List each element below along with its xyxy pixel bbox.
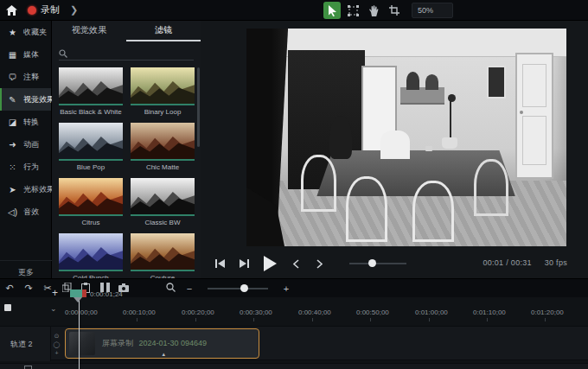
playhead-out-handle[interactable] <box>82 289 86 297</box>
cursor-icon: ➤ <box>7 185 18 194</box>
timeline-clip[interactable]: 屏幕录制 2024-01-30 094649 ▴ <box>65 328 259 359</box>
filter-name: Blue Pop <box>59 161 123 175</box>
playback-controls: 00:01 / 00:31 30 fps <box>201 249 588 278</box>
sidebar-item-3[interactable]: ✎视觉效果 <box>0 88 51 111</box>
collapse-tracks-icon[interactable]: ⌄ <box>50 304 57 313</box>
ruler-tick-label: 0:00:20;00 <box>182 309 214 316</box>
photo-chair-right <box>474 159 509 216</box>
zoom-level-select[interactable]: 50% <box>412 3 453 18</box>
photo-plant-2 <box>425 74 438 90</box>
timeline-zoom-icon[interactable] <box>161 283 180 294</box>
selection-tool-button[interactable] <box>344 2 361 19</box>
filter-card-6[interactable]: Cold Punch <box>59 233 123 282</box>
filter-card-3[interactable]: Chic Matte <box>131 123 195 175</box>
timeline-ruler[interactable]: + ⌄ 0:00:00;000:00:10;000:00:20;000:00:3… <box>0 297 588 321</box>
clip-timestamp: 2024-01-30 094649 <box>139 339 208 347</box>
cursor-tool-button[interactable] <box>323 2 341 19</box>
ruler-tick-label: 0:01:00;00 <box>415 309 448 316</box>
canvas-tools: 50% <box>323 2 453 19</box>
crop-tool-button[interactable] <box>386 2 403 19</box>
clip-title: 屏幕录制 <box>102 339 133 347</box>
filter-name: Basic Black & White <box>59 105 123 119</box>
track-expand-icon[interactable]: + <box>54 350 58 356</box>
timeline: + ⌄ 0:00:00;000:00:10;000:00:20;000:00:3… <box>0 297 588 369</box>
zoom-out-icon[interactable]: − <box>180 283 199 294</box>
sidebar-item-label: 收藏夹 <box>23 27 47 38</box>
home-button[interactable] <box>0 0 22 21</box>
timeline-zoom-slider[interactable] <box>208 288 268 289</box>
sidebar-item-4[interactable]: ◪转换 <box>0 111 51 133</box>
undo-icon[interactable]: ↶ <box>0 283 19 294</box>
clip-thumbnail <box>69 332 95 355</box>
filter-name: Citrus <box>59 216 123 230</box>
slider-knob[interactable] <box>368 259 376 267</box>
track-hide-icon[interactable]: ◯ <box>54 341 61 348</box>
sidebar-item-label: 视觉效果 <box>23 94 54 105</box>
sidebar-item-2[interactable]: 🗩注释 <box>0 66 51 88</box>
panel-scrollbar[interactable] <box>197 67 200 147</box>
pan-tool-button[interactable] <box>365 2 382 19</box>
sidebar-item-more[interactable]: 更多 <box>0 260 52 278</box>
playhead-in-handle[interactable] <box>70 289 82 297</box>
play-button[interactable] <box>259 253 280 274</box>
filter-thumbnail <box>131 67 195 105</box>
track-lock-icon[interactable]: ⊙ <box>54 333 60 340</box>
search-box[interactable] <box>59 47 194 60</box>
ruler-tick-label: 0:01:10;00 <box>473 309 506 316</box>
clip-collapse-arrow[interactable]: ▴ <box>163 351 166 358</box>
camtasia-window: 录制 ❯ <box>0 0 588 369</box>
sidebar-item-6[interactable]: ⁙行为 <box>0 156 51 178</box>
track-name: 轨道 2 <box>0 327 50 361</box>
top-bar: 录制 ❯ <box>0 0 588 21</box>
record-button[interactable]: 录制 <box>22 0 65 21</box>
transition-icon: ◪ <box>7 118 18 127</box>
sidebar-item-label: 注释 <box>23 72 39 83</box>
sidebar-item-label: 动画 <box>23 139 39 150</box>
ruler-tick-label: 0:00:50;00 <box>356 309 389 316</box>
sidebar-item-5[interactable]: ➜动画 <box>0 133 51 156</box>
filter-name: Classic BW <box>131 216 195 230</box>
redo-icon[interactable]: ↷ <box>19 283 38 294</box>
tab-0[interactable]: 视觉效果 <box>52 21 126 41</box>
step-forward-button[interactable] <box>311 256 327 271</box>
filter-card-7[interactable]: Couture <box>131 233 195 282</box>
preview-canvas: 00:01 / 00:31 30 fps <box>201 21 588 278</box>
filter-card-5[interactable]: Classic BW <box>131 178 195 230</box>
filter-card-2[interactable]: Blue Pop <box>59 123 123 175</box>
track-row-partial <box>0 363 588 369</box>
home-icon <box>6 5 17 16</box>
callout-icon: 🗩 <box>7 73 18 82</box>
filter-card-0[interactable]: Basic Black & White <box>59 67 123 119</box>
sidebar-item-0[interactable]: ★收藏夹 <box>0 21 51 43</box>
playhead-line[interactable] <box>79 297 80 369</box>
marker-icon[interactable] <box>4 304 11 311</box>
chevron-right-icon[interactable]: ❯ <box>65 4 83 16</box>
jump-to-end-button[interactable] <box>236 256 252 271</box>
filter-card-4[interactable]: Citrus <box>59 178 123 230</box>
add-track-button[interactable]: + <box>52 287 58 299</box>
sidebar-item-label: 光标效果 <box>23 184 54 195</box>
step-back-button[interactable] <box>288 256 304 271</box>
sidebar-item-8[interactable]: ◁)音效 <box>0 200 51 223</box>
track-controls: ⊙ ◯ + <box>50 327 62 361</box>
sidebar-item-label: 转换 <box>23 117 39 128</box>
playback-speed-slider[interactable] <box>349 263 406 264</box>
filter-card-1[interactable]: Binary Loop <box>131 67 195 119</box>
film-icon: ▦ <box>7 50 18 60</box>
sidebar-item-1[interactable]: ▦媒体 <box>0 43 51 66</box>
filter-thumbnail <box>59 123 123 161</box>
ruler-tick-label: 0:00:10;00 <box>123 309 156 316</box>
tab-1[interactable]: 滤镜 <box>126 21 201 41</box>
playhead[interactable] <box>70 289 86 302</box>
record-icon <box>28 6 36 15</box>
zoom-in-icon[interactable]: + <box>277 283 296 294</box>
selection-icon <box>348 5 359 16</box>
zoom-level-value: 50% <box>418 6 433 15</box>
sidebar-item-label: 行为 <box>23 162 39 173</box>
sidebar-item-7[interactable]: ➤光标效果 <box>0 178 51 200</box>
timeline-zoom-knob[interactable] <box>240 284 248 292</box>
video-frame[interactable] <box>246 29 566 246</box>
filter-thumbnail <box>59 67 123 105</box>
cursor-arrow-icon <box>328 5 337 16</box>
jump-to-start-button[interactable] <box>213 256 228 271</box>
